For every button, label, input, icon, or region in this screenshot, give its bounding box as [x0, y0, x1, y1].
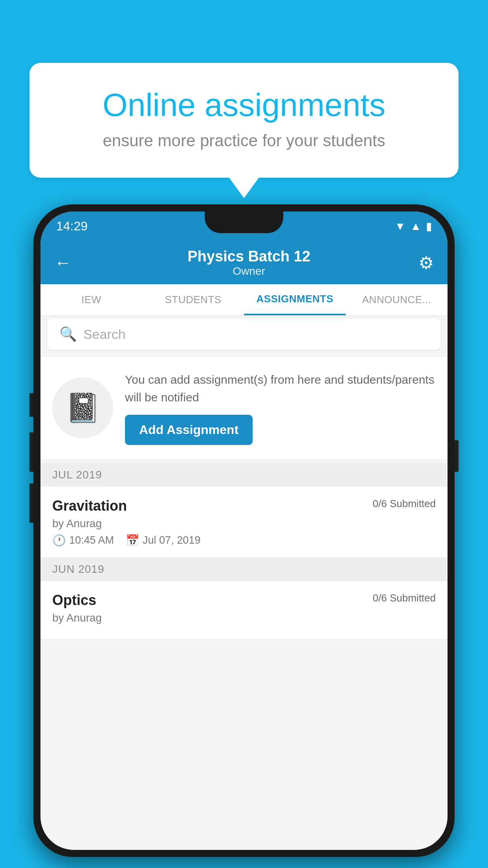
assignment-top-row: Gravitation 0/6 Submitted	[52, 498, 436, 514]
phone-notch	[205, 211, 283, 233]
assignment-meta-gravitation: 🕐 10:45 AM 📅 Jul 07, 2019	[52, 534, 436, 547]
status-icons: ▼ ▲ ▮	[395, 220, 432, 233]
add-assignment-button[interactable]: Add Assignment	[125, 415, 253, 445]
bubble-subtitle: ensure more practice for your students	[61, 131, 427, 150]
assignment-submitted-gravitation: 0/6 Submitted	[373, 498, 436, 510]
info-content: You can add assignment(s) from here and …	[125, 371, 436, 445]
assignment-optics[interactable]: Optics 0/6 Submitted by Anurag	[40, 581, 448, 640]
wifi-icon: ▼	[395, 220, 406, 233]
settings-icon[interactable]: ⚙	[418, 253, 434, 273]
assignment-author-optics: by Anurag	[52, 612, 436, 624]
header-title-group: Physics Batch 12 Owner	[79, 248, 418, 278]
assignment-author-gravitation: by Anurag	[52, 517, 436, 530]
tabs-bar: IEW STUDENTS ASSIGNMENTS ANNOUNCE...	[40, 284, 448, 316]
tab-assignments[interactable]: ASSIGNMENTS	[244, 284, 346, 315]
phone-container: 14:29 ▼ ▲ ▮ ← Physics Batch 12 Owner ⚙ I…	[33, 204, 455, 857]
assignment-title-gravitation: Gravitation	[52, 498, 127, 514]
search-icon: 🔍	[59, 326, 77, 342]
calendar-icon: 📅	[126, 534, 139, 547]
notebook-icon: 📓	[65, 391, 101, 425]
info-card: 📓 You can add assignment(s) from here an…	[40, 357, 448, 459]
section-header-jun: JUN 2019	[40, 557, 448, 581]
info-text: You can add assignment(s) from here and …	[125, 371, 436, 406]
bubble-title: Online assignments	[61, 86, 427, 123]
tab-iew[interactable]: IEW	[40, 284, 142, 315]
assignment-time-text: 10:45 AM	[69, 534, 114, 546]
search-bar[interactable]: 🔍 Search	[48, 318, 440, 350]
section-month-jun: JUN 2019	[52, 563, 105, 576]
assignment-date-gravitation: 📅 Jul 07, 2019	[126, 534, 200, 547]
speech-bubble: Online assignments ensure more practice …	[29, 63, 459, 178]
assignment-top-row-optics: Optics 0/6 Submitted	[52, 592, 436, 609]
battery-icon: ▮	[426, 220, 432, 233]
assignment-date-text: Jul 07, 2019	[143, 534, 200, 546]
tab-students[interactable]: STUDENTS	[142, 284, 244, 315]
header-subtitle: Owner	[79, 265, 418, 278]
section-month-jul: JUL 2019	[52, 469, 102, 481]
section-header-jul: JUL 2019	[40, 463, 448, 487]
info-icon-circle: 📓	[52, 377, 113, 438]
clock-icon: 🕐	[52, 534, 66, 547]
tab-announcements[interactable]: ANNOUNCE...	[346, 284, 448, 315]
assignment-title-optics: Optics	[52, 592, 96, 609]
app-header: ← Physics Batch 12 Owner ⚙	[40, 241, 448, 284]
signal-icon: ▲	[410, 220, 421, 233]
assignment-gravitation[interactable]: Gravitation 0/6 Submitted by Anurag 🕐 10…	[40, 487, 448, 558]
phone-screen: 14:29 ▼ ▲ ▮ ← Physics Batch 12 Owner ⚙ I…	[40, 211, 448, 850]
assignment-submitted-optics: 0/6 Submitted	[373, 592, 436, 604]
search-placeholder: Search	[83, 327, 126, 342]
back-button[interactable]: ←	[54, 253, 72, 272]
assignment-time-gravitation: 🕐 10:45 AM	[52, 534, 114, 547]
header-title: Physics Batch 12	[79, 248, 418, 265]
phone-frame: 14:29 ▼ ▲ ▮ ← Physics Batch 12 Owner ⚙ I…	[33, 204, 455, 857]
